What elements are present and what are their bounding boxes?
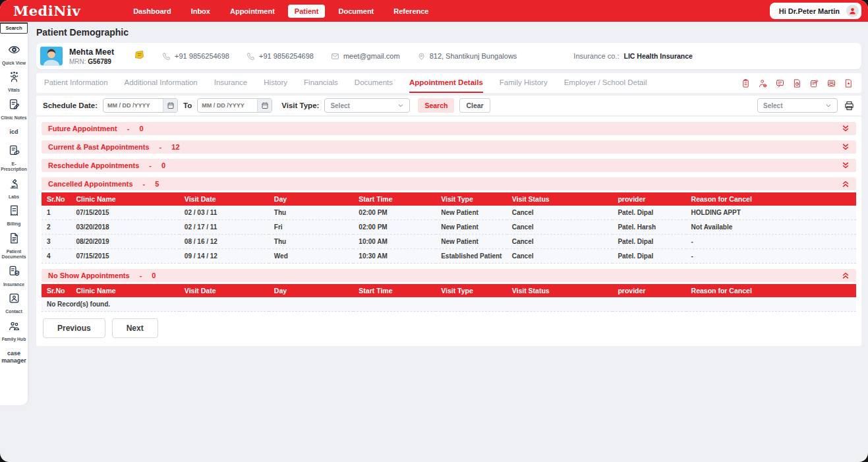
table-cell: Cancel [507, 235, 613, 249]
sidebar-item-clinic-notes[interactable]: Clinic Notes [0, 98, 28, 121]
accordion-future-appointment[interactable]: Future Appointment - 0 [42, 122, 856, 135]
calendar-icon[interactable] [163, 99, 177, 112]
tab-employer-school-detail[interactable]: Employer / School Detail [564, 73, 647, 93]
table-cell: HOLDING APPT [686, 206, 856, 220]
sidebar-item-billing[interactable]: Billing [0, 204, 28, 227]
table-cell: Cancel [507, 206, 613, 220]
tab-financials[interactable]: Financials [304, 73, 338, 93]
nav-item-inbox[interactable]: Inbox [185, 5, 217, 18]
sidebar-item-labs[interactable]: Labs [0, 177, 28, 200]
sidebar-item-label: icd [9, 129, 18, 136]
clear-button[interactable]: Clear [459, 98, 490, 113]
clinic-notes-icon [8, 98, 20, 113]
patient-identity: Mehta Meet MRN: G56789 [69, 47, 114, 65]
sidebar-item-contact[interactable]: Contact [0, 292, 28, 314]
sidebar: Search Quick ViewVitalsClinic NotesicdE-… [0, 22, 28, 405]
cancelled-appointments-table: Sr.NoClinic NameVisit DateDayStart TimeV… [42, 192, 856, 264]
table-cell: 08/20/2019 [71, 235, 179, 249]
doctor-icon[interactable] [758, 78, 768, 88]
tab-documents[interactable]: Documents [355, 73, 393, 93]
schedule-date-from-input[interactable] [103, 102, 163, 109]
insurance-label: Insurance co.: [573, 52, 619, 60]
section-count: 12 [171, 143, 179, 151]
sidebar-item-label: E-Prescription [0, 161, 28, 173]
sidebar-item-label: Labs [9, 194, 19, 200]
sticky-note-icon[interactable] [134, 49, 145, 63]
phone-icon [162, 52, 171, 61]
mrn-value: G56789 [88, 58, 111, 65]
table-cell: Not Available [686, 220, 856, 235]
nav-item-patient[interactable]: Patient [288, 5, 326, 18]
tab-additional-information[interactable]: Additional Information [125, 73, 198, 93]
clipboard-icon[interactable] [741, 78, 751, 88]
tab-patient-information[interactable]: Patient Information [44, 73, 108, 93]
table-row: 203/20/201802 / 17 / 11Fri02:00 PMNew Pa… [42, 220, 856, 235]
main-nav: DashboardInboxAppointmentPatientDocument… [127, 5, 435, 18]
patient-photo [40, 46, 63, 66]
nav-item-document[interactable]: Document [332, 5, 380, 18]
eye-icon [8, 43, 20, 59]
sidebar-item-icd[interactable]: icd [0, 129, 28, 136]
user-menu[interactable]: Hi Dr.Peter Martin [770, 3, 861, 19]
accordion-cancelled-appointments[interactable]: Cancelled Appointments - 5 [42, 177, 856, 190]
calendar-icon[interactable] [257, 99, 272, 112]
note-edit-icon[interactable] [809, 78, 819, 88]
table-cell: 3 [42, 235, 71, 249]
sidebar-item-vitals[interactable]: Vitals [0, 71, 28, 93]
appointments-panel: Future Appointment - 0 Current & Past Ap… [36, 117, 861, 346]
no-records-message: No Record(s) found. [42, 297, 856, 312]
accordion-reschedule-appointments[interactable]: Reschedule Appointments - 0 [42, 159, 856, 172]
table-cell: 02:00 PM [353, 206, 436, 220]
search-button[interactable]: Search [418, 98, 454, 113]
schedule-date-to-input[interactable] [198, 102, 257, 109]
nav-item-dashboard[interactable]: Dashboard [127, 5, 177, 18]
chevron-double-down-icon [842, 143, 850, 151]
accordion-no-show-appointments[interactable]: No Show Appointments - 0 [42, 269, 856, 282]
previous-button[interactable]: Previous [43, 318, 105, 338]
sidebar-item-quick-view[interactable]: Quick View [0, 43, 28, 66]
sidebar-search-tab[interactable]: Search [0, 22, 27, 34]
column-header-visit-type: Visit Type [436, 284, 507, 297]
column-header-clinic-name: Clinic Name [71, 284, 179, 297]
vitals-icon [8, 71, 20, 86]
table-row: 407/15/201509 / 14 / 12Wed10:30 AMEstabl… [42, 249, 856, 264]
tab-insurance[interactable]: Insurance [214, 73, 248, 93]
sidebar-item-insurance[interactable]: Insurance [0, 265, 28, 287]
sidebar-item-family-hub[interactable]: Family Hub [0, 320, 28, 342]
chevron-double-down-icon [842, 125, 850, 132]
document-star-icon[interactable] [844, 78, 854, 88]
patient-email: meet@gmail.com [331, 52, 400, 61]
chevron-double-down-icon [842, 161, 850, 169]
sidebar-item-e-prescription[interactable]: E-Prescription [0, 144, 28, 173]
table-cell: Patel. Dipal [612, 235, 685, 249]
nav-item-appointment[interactable]: Appointment [223, 5, 281, 18]
no-show-appointments-table: Sr.NoClinic NameVisit DateDayStart TimeV… [42, 284, 856, 312]
schedule-date-to-field [197, 98, 272, 113]
tab-appointment-details[interactable]: Appointment Details [409, 73, 483, 93]
table-cell: 07/15/2015 [71, 206, 179, 220]
table-cell: Thu [269, 235, 354, 249]
sidebar-item-case-manager[interactable]: case manager [0, 350, 28, 365]
provider-select[interactable]: Select [757, 98, 838, 113]
column-header-reason-for-cancel: Reason for Cancel [686, 192, 856, 206]
next-button[interactable]: Next [112, 318, 158, 338]
location-pin-icon [417, 52, 426, 61]
to-label: To [183, 101, 192, 109]
visit-type-select[interactable]: Select [324, 98, 410, 113]
insurance-shield-icon [8, 265, 20, 280]
table-cell: Patel. Dipal [612, 206, 685, 220]
column-header-visit-status: Visit Status [507, 284, 613, 297]
tab-family-history[interactable]: Family History [500, 73, 548, 93]
accordion-current-past-appointments[interactable]: Current & Past Appointments - 12 [42, 140, 856, 154]
table-cell: 10:00 AM [353, 235, 436, 249]
tab-history[interactable]: History [264, 73, 287, 93]
sidebar-item-label: Insurance [3, 282, 24, 287]
print-icon[interactable] [844, 100, 855, 111]
sidebar-item-label: Clinic Notes [1, 115, 26, 121]
sidebar-item-patient-documents[interactable]: Patient Documents [0, 232, 28, 260]
nav-item-reference[interactable]: Reference [387, 5, 435, 18]
app-logo[interactable]: MediNiv [13, 3, 80, 19]
chat-icon[interactable] [775, 78, 785, 88]
document-clock-icon[interactable] [792, 78, 802, 88]
inbox-card-icon[interactable] [826, 78, 836, 88]
